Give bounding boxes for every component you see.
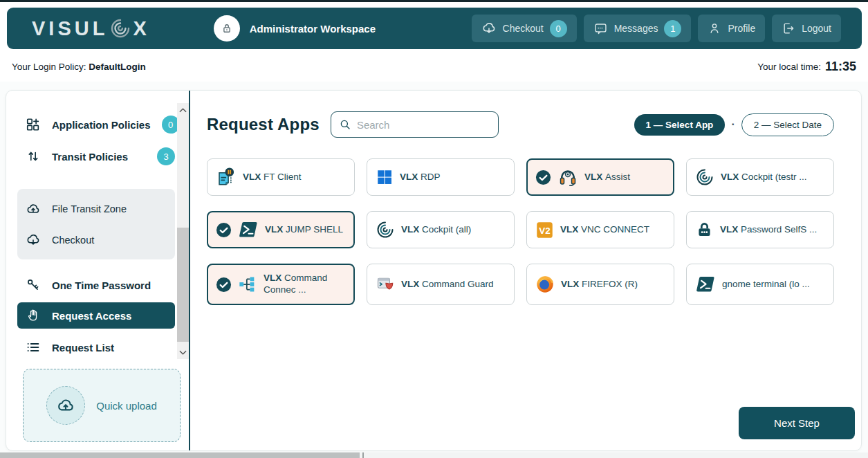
app-card-label: VLX Cockpit (all) xyxy=(401,224,471,236)
logout-label: Logout xyxy=(802,23,831,34)
firefox-icon xyxy=(535,275,555,294)
profile-button[interactable]: Profile xyxy=(698,15,765,42)
page-title: Request Apps xyxy=(207,115,320,134)
logo-text-left: VISUL xyxy=(32,17,108,40)
sidebar-item-application-policies[interactable]: Application Policies0 xyxy=(17,109,175,140)
app-card-label: gnome terminal (lo ... xyxy=(722,279,810,291)
scroll-down-icon[interactable] xyxy=(177,345,189,359)
login-policy-label: Your Login Policy: xyxy=(12,62,86,72)
app-card-label: VLX VNC CONNECT xyxy=(560,224,649,236)
profile-label: Profile xyxy=(728,23,755,34)
app-card-gnome-terminal[interactable]: gnome terminal (lo ... xyxy=(686,264,834,305)
messages-count-badge: 1 xyxy=(664,20,681,37)
checkout-button[interactable]: Checkout0 xyxy=(472,15,577,42)
rdp-icon xyxy=(376,168,394,186)
search-icon xyxy=(339,118,351,131)
sidebar-item-label: Application Policies xyxy=(52,119,151,131)
workspace-lock-icon xyxy=(214,15,240,42)
app-card-vlx-jump-shell[interactable]: VLX JUMP SHELL xyxy=(207,211,355,248)
sidebar-scrollbar[interactable] xyxy=(177,103,189,359)
app-label-prefix: VLX xyxy=(561,279,582,289)
scrollbar-track[interactable] xyxy=(177,117,189,345)
logout-icon xyxy=(782,21,795,35)
selected-check-icon xyxy=(216,277,232,293)
app-card-vlx-ft-client[interactable]: VLX FT Client xyxy=(207,158,355,196)
scrollbar-thumb[interactable] xyxy=(177,228,189,342)
app-label-prefix: VLX xyxy=(560,224,581,235)
content-header: Request Apps 1 — Select App·2 — Select D… xyxy=(207,111,834,138)
app-label-prefix: VLX xyxy=(584,172,605,182)
app-card-vlx-firefox[interactable]: VLX FIREFOX (R) xyxy=(526,264,674,305)
hand-icon xyxy=(26,308,41,323)
sidebar-item-request-list[interactable]: Request List xyxy=(17,331,175,363)
quick-upload-dropzone[interactable]: Quick upload xyxy=(23,369,181,442)
sidebar-item-label: Request Access xyxy=(52,310,131,322)
key-icon xyxy=(26,277,41,293)
horizontal-scrollbar-thumb[interactable] xyxy=(0,452,360,458)
app-card-vlx-command-connect[interactable]: VLX Command Connec ... xyxy=(207,264,355,305)
vnc-icon: V2 xyxy=(535,221,554,239)
horizontal-scrollbar[interactable] xyxy=(0,452,868,458)
app-card-vlx-rdp[interactable]: VLX RDP xyxy=(367,158,515,196)
app-label-name: RDP xyxy=(421,172,441,182)
step-pill-1[interactable]: 1 — Select App xyxy=(634,114,726,136)
arrows-updown-icon xyxy=(26,149,41,164)
app-label-name: Password SelfS ... xyxy=(741,224,817,235)
sidebar-items: Application Policies0Transit Policies3Fi… xyxy=(17,109,189,363)
messages-button[interactable]: Messages1 xyxy=(584,15,692,42)
app-card-vlx-assist[interactable]: VLX Assist xyxy=(526,158,674,196)
sidebar-item-checkout[interactable]: Checkout xyxy=(17,224,175,255)
list-icon xyxy=(26,340,41,355)
step-pill-2[interactable]: 2 — Select Date xyxy=(741,113,834,136)
sidebar-item-label: One Time Password xyxy=(52,280,151,291)
app-card-label: VLX RDP xyxy=(400,172,441,183)
logout-button[interactable]: Logout xyxy=(772,15,841,42)
cloud-up-icon xyxy=(26,201,41,217)
app-label-name: Assist xyxy=(605,172,630,182)
sidebar-item-one-time-password[interactable]: One Time Password xyxy=(17,269,175,301)
app-card-label: VLX Password SelfS ... xyxy=(720,224,817,236)
top-navbar: VISUL X Administrator Workspace Checkout… xyxy=(7,8,862,49)
sidebar-item-file-transit-zone[interactable]: File Transit Zone xyxy=(17,193,175,224)
svg-text:V2: V2 xyxy=(539,225,551,235)
app-label-name: Cockpit (testr ... xyxy=(741,172,807,182)
app-card-vlx-password-selfs[interactable]: VLX Password SelfS ... xyxy=(686,211,834,248)
next-step-button[interactable]: Next Step xyxy=(739,407,855,439)
grid-plus-icon xyxy=(26,117,41,132)
workspace-title: Administrator Workspace xyxy=(250,23,376,35)
wizard-steps: 1 — Select App·2 — Select Date xyxy=(634,113,834,136)
search-input[interactable] xyxy=(357,119,490,131)
app-label-prefix: VLX xyxy=(265,224,286,235)
search-box[interactable] xyxy=(331,111,499,138)
app-card-vlx-command-guard[interactable]: VLX Command Guard xyxy=(367,264,515,305)
app-card-vlx-cockpit-all[interactable]: VLX Cockpit (all) xyxy=(367,211,515,248)
sidebar-item-transit-policies[interactable]: Transit Policies3 xyxy=(17,140,175,172)
logo-text-right: X xyxy=(133,17,149,40)
scrollbar-divider xyxy=(362,452,364,458)
messages-label: Messages xyxy=(614,23,658,34)
app-card-label: VLX Command Guard xyxy=(401,279,494,291)
guard-icon xyxy=(376,275,395,294)
visulox-logo: VISUL X xyxy=(32,17,150,40)
window-top-edge xyxy=(0,0,868,2)
app-label-prefix: VLX xyxy=(720,224,741,235)
upload-cloud-icon xyxy=(46,386,85,425)
quick-upload-label: Quick upload xyxy=(96,400,157,412)
scroll-up-icon[interactable] xyxy=(177,103,189,117)
logo-spiral-icon xyxy=(109,17,131,39)
app-card-vlx-cockpit-testr[interactable]: VLX Cockpit (testr ... xyxy=(686,158,834,196)
transit-policies-count-badge: 3 xyxy=(157,147,175,165)
main-panel: Application Policies0Transit Policies3Fi… xyxy=(6,90,862,451)
info-bar: Your Login Policy: DefaultLogin Your loc… xyxy=(0,51,868,82)
cockpit-icon xyxy=(695,167,714,187)
checkout-label: Checkout xyxy=(503,23,544,34)
app-label-prefix: VLX xyxy=(264,273,284,283)
app-label-prefix: VLX xyxy=(401,224,422,235)
app-label-name: Command Guard xyxy=(422,279,494,289)
app-card-vlx-vnc-connect[interactable]: V2VLX VNC CONNECT xyxy=(526,211,674,248)
sidebar-item-request-access[interactable]: Request Access xyxy=(17,302,175,329)
login-policy: Your Login Policy: DefaultLogin xyxy=(12,62,146,72)
app-card-label: VLX Cockpit (testr ... xyxy=(721,172,807,183)
sidebar-item-label: Request List xyxy=(52,342,114,354)
local-time-label: Your local time: xyxy=(757,62,821,72)
